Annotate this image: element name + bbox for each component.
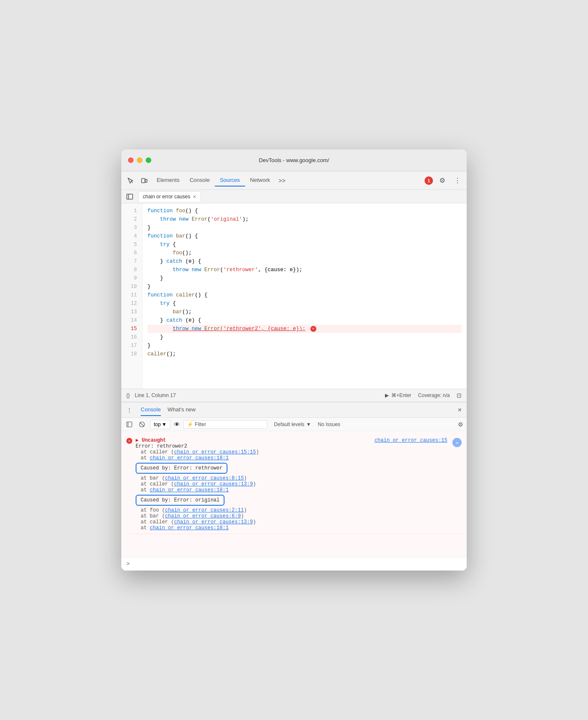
- console-output: ✕ ▶ Uncaught chain or error causes:15 Er…: [121, 431, 467, 557]
- caused2-stack-line-4: at chain or error causes:18:1: [136, 525, 447, 531]
- line-num-9: 9: [121, 274, 142, 283]
- coverage-label: Coverage: n/a: [418, 392, 450, 398]
- coverage-icon: ⊡: [457, 392, 462, 399]
- line-num-1: 1: [121, 207, 142, 215]
- position-label: Line 1, Column 17: [135, 392, 176, 398]
- play-icon: ▶: [385, 392, 389, 398]
- filter-label: Filter: [195, 421, 206, 427]
- console-close-button[interactable]: ×: [458, 406, 462, 414]
- clear-icon: [139, 421, 145, 427]
- traffic-lights: [128, 157, 151, 163]
- code-line-15: throw new Error('rethrower2', {cause: e}…: [147, 325, 462, 333]
- error-message-rethrower2: Error: rethrower2: [136, 443, 447, 449]
- caused1-link-18-1[interactable]: chain or error causes:18:1: [150, 487, 229, 493]
- context-label: top: [154, 421, 161, 427]
- line-num-16: 16: [121, 333, 142, 341]
- console-filter-input[interactable]: ⚡ Filter: [183, 420, 267, 429]
- file-tab-close[interactable]: ×: [193, 193, 196, 200]
- code-line-13: bar();: [147, 308, 462, 316]
- code-line-1: function foo() {: [147, 207, 462, 215]
- device-toolbar-button[interactable]: [138, 175, 150, 187]
- sidebar-icon: [126, 421, 132, 427]
- caused2-link-bar-6[interactable]: chain or error causes:6:9: [165, 513, 241, 519]
- panel-icon: [126, 193, 133, 200]
- caused1-link-caller-13[interactable]: chain or error causes:13:9: [174, 481, 253, 487]
- console-panel: ⋮ Console What's new ×: [121, 402, 467, 571]
- error-circle-icon: ✕: [126, 438, 132, 444]
- svg-rect-2: [145, 179, 147, 182]
- sidebar-toggle-button[interactable]: [125, 192, 135, 202]
- tab-whats-new[interactable]: What's new: [168, 404, 196, 416]
- title-bar: DevTools - www.google.com/: [121, 149, 467, 171]
- settings-button[interactable]: ⚙: [436, 175, 448, 187]
- svg-rect-3: [127, 194, 133, 199]
- line-num-15: 15: [121, 325, 142, 333]
- levels-label: Default levels: [274, 421, 305, 427]
- line-num-10: 10: [121, 283, 142, 291]
- caused1-link-bar-8[interactable]: chain or error causes:8:15: [165, 475, 244, 481]
- status-bar: {} Line 1, Column 17 ▶ ⌘+Enter Coverage:…: [121, 389, 467, 402]
- error-entry-icon: ✕: [126, 438, 132, 444]
- console-input-field[interactable]: [133, 561, 462, 567]
- error-marker-icon: ✕: [310, 326, 316, 332]
- code-editor: 1 2 3 4 5 6 7 8 9 10 11 12 13 14 15 16 1: [121, 203, 467, 389]
- console-sidebar-button[interactable]: [125, 420, 134, 429]
- tab-elements[interactable]: Elements: [152, 174, 184, 187]
- line-numbers: 1 2 3 4 5 6 7 8 9 10 11 12 13 14 15 16 1: [121, 203, 142, 389]
- line-num-11: 11: [121, 291, 142, 299]
- code-line-12: try {: [147, 299, 462, 308]
- code-line-7: } catch (e) {: [147, 257, 462, 266]
- code-line-18: caller();: [147, 350, 462, 358]
- code-area: 1 2 3 4 5 6 7 8 9 10 11 12 13 14 15 16 1: [121, 203, 467, 389]
- cursor-icon: [127, 177, 134, 184]
- line-num-12: 12: [121, 299, 142, 308]
- inspect-element-button[interactable]: [125, 175, 136, 187]
- console-menu-button[interactable]: ⋮: [126, 407, 132, 413]
- error-source-link[interactable]: chain or error causes:15: [374, 437, 447, 443]
- line-num-18: 18: [121, 350, 142, 358]
- log-levels-selector[interactable]: Default levels ▼: [274, 421, 311, 427]
- close-button[interactable]: [128, 157, 134, 163]
- line-num-8: 8: [121, 266, 142, 274]
- caused-by-original-label: Caused by: Error: original: [136, 495, 225, 506]
- nav-tabs: Elements Console Sources Network >>: [152, 174, 423, 187]
- console-clear-button[interactable]: [137, 420, 147, 429]
- stack-link-caller-15[interactable]: chain or error causes:15:15: [174, 449, 256, 455]
- filter-icon: ⚡: [187, 421, 193, 427]
- code-line-10: }: [147, 283, 462, 291]
- console-settings-button[interactable]: ⚙: [458, 421, 463, 428]
- code-line-17: }: [147, 341, 462, 350]
- run-button[interactable]: ▶ ⌘+Enter: [385, 392, 412, 398]
- caused2-link-caller-13[interactable]: chain or error causes:13:9: [174, 519, 253, 525]
- tab-console[interactable]: Console: [184, 174, 215, 187]
- caused2-stack-line-3: at caller (chain or error causes:13:9): [136, 519, 447, 525]
- tab-console-main[interactable]: Console: [141, 404, 161, 416]
- file-tab-chain-or-error-causes[interactable]: chain or error causes ×: [138, 191, 201, 202]
- stack-link-18-1[interactable]: chain or error causes:18:1: [150, 455, 229, 461]
- ai-assist-button[interactable]: ✦: [452, 438, 462, 447]
- dropdown-arrow-icon: ▼: [162, 421, 167, 427]
- devtools-window: DevTools - www.google.com/ Elements Cons…: [121, 149, 467, 571]
- format-button[interactable]: {}: [126, 392, 130, 398]
- caused2-link-18-1[interactable]: chain or error causes:18:1: [150, 525, 229, 531]
- code-line-8: throw new Error('rethrower', {cause: e})…: [147, 266, 462, 274]
- line-num-7: 7: [121, 257, 142, 266]
- error-count-badge: 1: [425, 176, 433, 185]
- file-tab-label: chain or error causes: [143, 194, 190, 200]
- maximize-button[interactable]: [146, 157, 151, 163]
- caused-by-rethrower-label: Caused by: Error: rethrower: [136, 463, 227, 474]
- code-line-2: throw new Error('original');: [147, 215, 462, 224]
- tab-sources[interactable]: Sources: [215, 174, 245, 187]
- no-issues-label: No Issues: [318, 421, 340, 427]
- live-expressions-button[interactable]: 👁: [174, 421, 180, 428]
- more-options-button[interactable]: ⋮: [452, 175, 463, 187]
- code-content: function foo() { throw new Error('origin…: [142, 203, 467, 389]
- console-toolbar: top ▼ 👁 ⚡ Filter Default levels ▼ No Iss…: [121, 418, 467, 431]
- code-line-9: }: [147, 274, 462, 283]
- caused2-link-foo-2[interactable]: chain or error causes:2:11: [165, 507, 244, 513]
- minimize-button[interactable]: [137, 157, 142, 163]
- context-selector[interactable]: top ▼: [150, 420, 171, 429]
- more-tabs-button[interactable]: >>: [275, 176, 289, 186]
- tab-network[interactable]: Network: [245, 174, 275, 187]
- console-prompt: >: [126, 561, 130, 567]
